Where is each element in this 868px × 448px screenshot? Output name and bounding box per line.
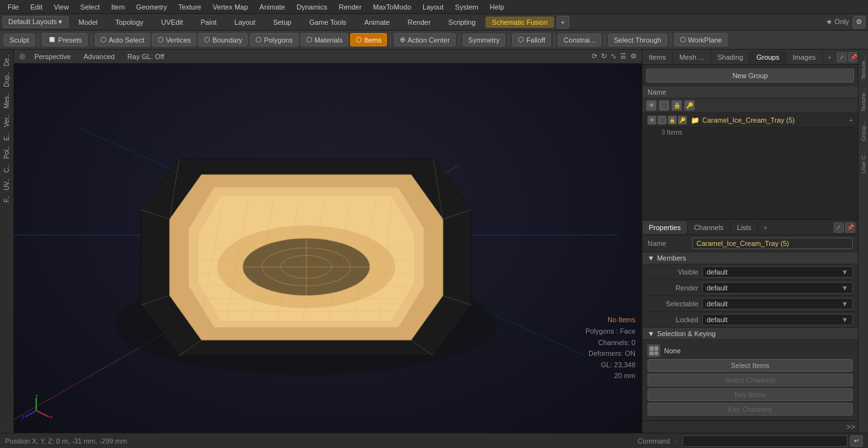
groups-item-row[interactable]: 👁 🎥 🔒 🔑 📁 Caramel_Ice_Cream_Tray (5) + — [642, 113, 858, 128]
rp-tab-add[interactable]: + — [823, 51, 837, 64]
groups-item-cam-icon[interactable]: 🎥 — [658, 116, 667, 125]
polygons-button[interactable]: ⬡ Polygons — [250, 33, 298, 46]
menu-vertex-map[interactable]: Vertex Map — [208, 2, 254, 12]
rp-tab-images[interactable]: Images — [786, 51, 822, 64]
groups-eye-icon[interactable]: 👁 — [646, 100, 656, 111]
layout-tab-scripting[interactable]: Scripting — [441, 17, 484, 28]
materials-button[interactable]: ⬡ Materials — [301, 33, 349, 46]
menu-render[interactable]: Render — [334, 2, 367, 12]
menu-animate[interactable]: Animate — [254, 2, 290, 12]
viewport-refresh-icon[interactable]: ↻ — [601, 52, 607, 60]
groups-key-icon[interactable]: 🔑 — [684, 100, 695, 111]
vertices-button[interactable]: ⬡ Vertices — [152, 33, 196, 46]
layout-tab-uvedit[interactable]: UVEdit — [154, 17, 191, 28]
rp-tab-groups[interactable]: Groups — [750, 51, 786, 64]
command-submit-button[interactable]: ↵ — [850, 435, 863, 447]
rp-tab-items[interactable]: Items — [642, 51, 673, 64]
auto-select-button[interactable]: ⬡ Auto Select — [95, 33, 150, 46]
menu-system[interactable]: System — [450, 2, 484, 12]
visible-dropdown[interactable]: default ▼ — [702, 266, 853, 278]
pp-tab-lists[interactable]: Lists — [731, 221, 759, 234]
command-expand-btn[interactable]: › — [672, 437, 680, 445]
pp-tab-properties[interactable]: Properties — [642, 221, 688, 234]
rp-tab-shading[interactable]: Shading — [711, 51, 750, 64]
select-items-button[interactable]: Select Items — [648, 359, 853, 372]
groups-item-expand[interactable]: + — [849, 117, 853, 124]
viewport-raygl[interactable]: Ray GL: Off — [123, 51, 168, 62]
selectable-dropdown[interactable]: default ▼ — [702, 298, 853, 309]
name-input[interactable] — [692, 238, 853, 249]
viewport-menu-icon[interactable]: ☰ — [620, 52, 627, 60]
left-tool-ver[interactable]: Ver.. — [2, 112, 11, 130]
key-channels-button[interactable]: Key Channels — [648, 403, 853, 416]
menu-texture[interactable]: Texture — [173, 2, 207, 12]
menu-file[interactable]: File — [3, 2, 24, 12]
menu-select[interactable]: Select — [75, 2, 105, 12]
work-plane-button[interactable]: ⬡ WorkPlane — [674, 33, 728, 46]
boundary-button[interactable]: ⬡ Boundary — [198, 33, 248, 46]
groups-cam-icon[interactable]: 🎥 — [659, 100, 669, 111]
render-dropdown[interactable]: default ▼ — [702, 282, 853, 294]
layout-gear-button[interactable]: ⚙ — [853, 16, 865, 29]
layout-tab-setup[interactable]: Setup — [266, 17, 299, 28]
left-tool-f[interactable]: F.. — [2, 193, 11, 205]
items-button[interactable]: ⬡ Items — [350, 33, 387, 46]
viewport-canvas[interactable]: No Items Polygons : Face Channels: 0 Def… — [14, 64, 642, 433]
groups-item-eye-icon[interactable]: 👁 — [648, 116, 656, 125]
menu-edit[interactable]: Edit — [25, 2, 48, 12]
viewport-perspective[interactable]: Perspective — [31, 51, 74, 62]
viewport-dot[interactable] — [19, 53, 25, 60]
viewport-expand-icon[interactable]: ⤡ — [611, 52, 616, 60]
menu-view[interactable]: View — [49, 2, 74, 12]
action-center-button[interactable]: ⊕ Action Center — [394, 33, 456, 46]
props-expand-chevron[interactable]: >> — [846, 423, 855, 431]
pp-tab-add[interactable]: + — [758, 221, 772, 234]
left-tool-mes[interactable]: Mes.. — [2, 90, 11, 111]
rst-user[interactable]: User C... — [859, 147, 868, 177]
members-section-header[interactable]: ▼ Members — [642, 252, 858, 264]
menu-dynamics[interactable]: Dynamics — [292, 2, 332, 12]
layout-tab-gametools[interactable]: Game Tools — [302, 17, 355, 28]
menu-geometry[interactable]: Geometry — [131, 2, 172, 12]
left-tool-de[interactable]: De.. — [2, 52, 11, 69]
menu-item[interactable]: Item — [106, 2, 130, 12]
sculpt-button[interactable]: Sculpt — [4, 34, 35, 46]
rst-texture2[interactable]: Texture... — [859, 85, 868, 116]
pp-expand-btn[interactable]: ⤢ — [834, 222, 844, 233]
rp-expand-btn[interactable]: ⤢ — [837, 52, 847, 62]
layout-add-tab-button[interactable]: + — [557, 16, 569, 29]
layout-dropdown[interactable]: Default Layouts ▾ — [3, 16, 69, 28]
pp-tab-channels[interactable]: Channels — [688, 221, 730, 234]
rp-pin-btn[interactable]: 📌 — [848, 52, 858, 62]
viewport-advanced[interactable]: Advanced — [79, 51, 118, 62]
left-tool-e[interactable]: E.. — [2, 130, 11, 143]
menu-maxtomodo[interactable]: MaxToModo — [368, 2, 416, 12]
locked-dropdown[interactable]: default ▼ — [702, 314, 853, 325]
new-group-button[interactable]: New Group — [646, 69, 854, 83]
layout-tab-layout[interactable]: Layout — [227, 17, 263, 28]
symmetry-button[interactable]: Symmetry — [463, 34, 506, 46]
constrain-button[interactable]: Constrai... — [558, 34, 601, 46]
layout-tab-animate[interactable]: Animate — [356, 17, 397, 28]
left-tool-uv[interactable]: UV.. — [2, 176, 11, 193]
viewport[interactable]: Perspective Advanced Ray GL: Off ⟳ ↻ ⤡ ☰… — [14, 50, 642, 433]
key-items-button[interactable]: Key Items — [648, 388, 853, 401]
layout-tab-paint[interactable]: Paint — [193, 17, 224, 28]
rp-tab-mesh[interactable]: Mesh ... — [673, 51, 711, 64]
viewport-settings-icon[interactable]: ⚙ — [630, 52, 637, 60]
rst-group[interactable]: Group... — [859, 117, 868, 146]
select-through-button[interactable]: Select Through — [608, 34, 667, 46]
layout-tab-topology[interactable]: Topology — [107, 17, 151, 28]
groups-item-key-icon[interactable]: 🔑 — [678, 116, 687, 125]
left-tool-pol[interactable]: Pol.. — [2, 144, 11, 161]
select-channels-button[interactable]: Select Channels — [648, 374, 853, 386]
command-input[interactable] — [682, 435, 848, 447]
left-tool-dup[interactable]: Dup.. — [2, 69, 11, 90]
menu-help[interactable]: Help — [485, 2, 510, 12]
menu-layout[interactable]: Layout — [417, 2, 449, 12]
sk-grid-icon[interactable] — [648, 344, 660, 357]
viewport-rotate-icon[interactable]: ⟳ — [592, 52, 597, 60]
layout-tab-schematic-fusion[interactable]: Schematic Fusion — [485, 17, 553, 28]
layout-tab-render[interactable]: Render — [400, 17, 438, 28]
layout-tab-model[interactable]: Model — [71, 17, 105, 28]
